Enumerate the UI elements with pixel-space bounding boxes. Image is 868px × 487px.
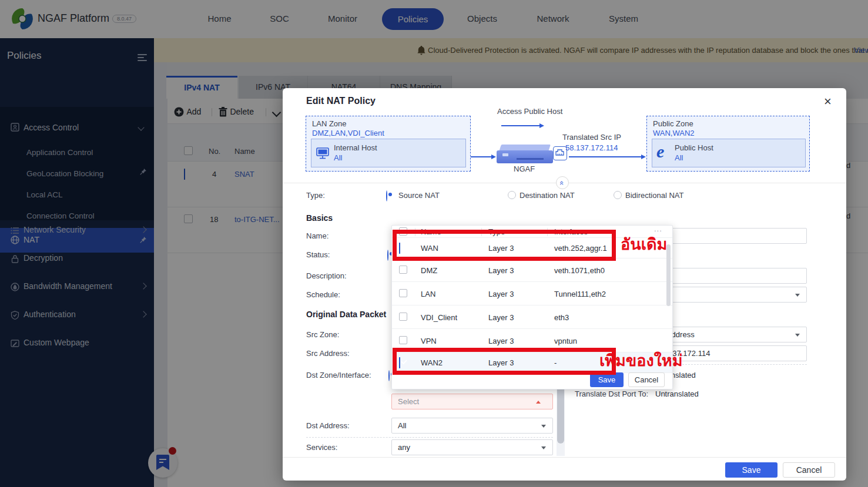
chevron-up-double-icon: « [558, 181, 567, 185]
public-host-box: e Public Host All [652, 139, 806, 167]
host-monitor-icon [316, 147, 329, 160]
ngaf-device-image [497, 145, 553, 166]
modal-save-button[interactable]: Save [725, 462, 777, 478]
src-address-label: Src Address: [306, 349, 350, 358]
caret-down-icon [795, 334, 800, 337]
flow-arrow [471, 156, 492, 157]
public-host-value: All [675, 153, 683, 162]
public-host-label: Public Host [675, 143, 713, 152]
zone-checkbox[interactable] [399, 266, 407, 274]
section-dashed-divider [306, 437, 553, 438]
type-label: Type: [306, 191, 325, 200]
schedule-label: Schedule: [306, 290, 340, 299]
footer-divider [283, 457, 846, 458]
dst-zone-select-error[interactable]: Select [391, 394, 553, 409]
dst-address-select[interactable]: All [391, 418, 553, 434]
access-public-host-label: Access Public Host [497, 107, 562, 116]
caret-down-icon [541, 425, 546, 428]
caret-down-icon [541, 446, 546, 449]
public-zone-title: Public Zone [653, 119, 693, 128]
destination-nat-radio[interactable] [508, 191, 516, 199]
bidirectional-nat-label[interactable]: Bidirectional NAT [625, 191, 683, 200]
access-arrow [501, 125, 540, 126]
translated-src-ip-label: Translated Src IP [562, 133, 621, 142]
public-zone-box: Public Zone WAN,WAN2 e Public Host All [646, 116, 810, 172]
services-select[interactable]: any [391, 439, 553, 455]
status-label: Status: [306, 250, 330, 259]
zone-row-vdi-client[interactable]: VDI_Client Layer 3 eth3 [392, 305, 672, 329]
close-icon[interactable]: × [824, 96, 832, 107]
description-label: Description: [306, 271, 347, 280]
basics-heading: Basics [306, 213, 333, 223]
lan-zone-members: DMZ,LAN,VDI_Client [312, 129, 384, 137]
flow-arrow [569, 156, 642, 157]
annotation-box-added [393, 348, 616, 375]
name-label: Name: [306, 231, 329, 240]
zone-checkbox[interactable] [399, 313, 407, 321]
translate-src-address-select[interactable]: IP Address [651, 327, 807, 342]
zone-checkbox[interactable] [399, 289, 407, 297]
translated-src-ip-value: 58.137.172.114 [565, 143, 618, 152]
screen: NGAF Platform 8.0.47 Home SOC Monitor Po… [0, 0, 868, 487]
zone-checkbox[interactable] [399, 336, 407, 344]
dst-zone-interface-label: Dst Zone/Interface: [306, 371, 371, 379]
internet-explorer-icon: e [656, 142, 664, 162]
dst-zone-radio[interactable] [388, 370, 390, 381]
modal-title: Edit NAT Policy [306, 96, 376, 106]
translate-dst-port-value: Untranslated [655, 389, 699, 398]
zone-row-lan[interactable]: LAN Layer 3 Tunnel111,eth2 [392, 282, 672, 305]
lan-zone-title: LAN Zone [312, 119, 347, 128]
internal-host-label: Internal Host [334, 143, 377, 152]
destination-nat-label[interactable]: Destination NAT [520, 191, 575, 200]
dropdown-cancel-button[interactable]: Cancel [628, 372, 665, 387]
collapse-diagram-button[interactable]: « [556, 176, 569, 189]
annotation-text-added: เพิ่มของใหม่ [599, 348, 682, 373]
annotation-text-existing: อันเดิม [621, 231, 667, 257]
internal-host-value: All [334, 153, 342, 162]
modal-cancel-button[interactable]: Cancel [783, 462, 835, 478]
source-nat-radio[interactable] [386, 190, 387, 201]
bidirectional-nat-radio[interactable] [614, 191, 622, 199]
ngaf-device-label: NGAF [514, 164, 535, 173]
zone-row-dmz[interactable]: DMZ Layer 3 veth.1071,eth0 [392, 258, 672, 282]
annotation-box-existing [393, 230, 616, 261]
public-zone-members: WAN,WAN2 [653, 129, 695, 137]
source-nat-label[interactable]: Source NAT [398, 191, 440, 200]
original-data-packet-heading: Original Data Packet [306, 310, 386, 319]
translate-dst-port-label: Translate Dst Port To: [575, 389, 648, 398]
lan-zone-box: LAN Zone DMZ,LAN,VDI_Client Internal Hos… [306, 116, 471, 172]
status-enabled-radio[interactable] [387, 250, 388, 261]
src-zone-label: Src Zone: [306, 330, 339, 339]
services-label: Services: [306, 443, 337, 452]
caret-down-icon [795, 294, 800, 297]
caret-up-icon [536, 401, 541, 404]
dst-address-label: Dst Address: [306, 421, 350, 430]
internal-host-box: Internal Host All [311, 139, 466, 167]
